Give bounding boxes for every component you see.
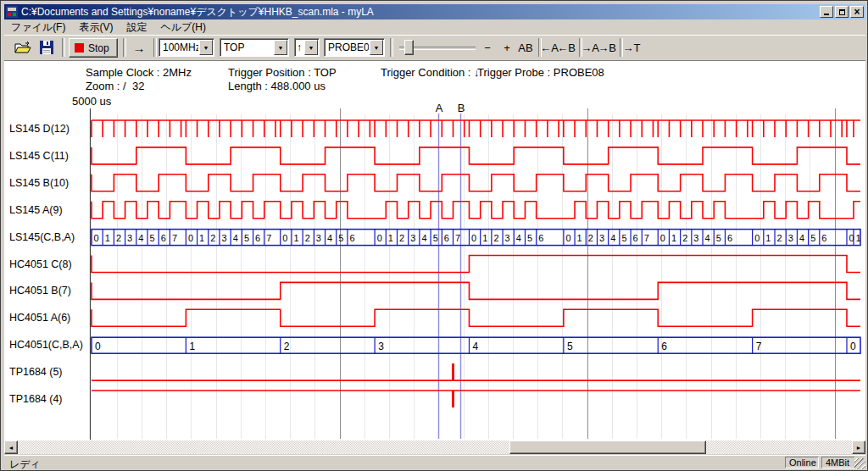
stop-icon [75,43,84,53]
arrow-left-icon: ◄ [8,445,14,451]
minimize-icon [824,14,829,15]
maximize-icon [839,9,845,15]
trigger-position-combo[interactable]: TOP ▼ [220,38,289,57]
app-icon [6,6,18,18]
run-button[interactable]: → [128,39,150,57]
stop-label: Stop [88,42,109,54]
maximize-button[interactable] [835,6,849,18]
zoom-out-button[interactable]: − [480,39,495,57]
menu-file[interactable]: ファイル(F) [4,19,72,36]
close-icon: × [854,8,860,16]
channel-label-2: LS145 B(10) [9,177,69,189]
scrollbar-thumb[interactable] [509,441,706,454]
toolbar-separator [390,38,393,57]
close-button[interactable]: × [850,6,864,18]
trigger-probe-combo[interactable]: PROBE00 ▼ [324,38,385,57]
menu-bar: ファイル(F) 表示(V) 設定 ヘルプ(H) [4,19,865,35]
goto-cursor-b-button[interactable]: ←B [557,39,576,57]
zoom-in-button[interactable]: + [499,39,515,57]
channel-label-5: HC4051 C(8) [9,258,72,270]
menu-settings[interactable]: 設定 [120,19,153,36]
stop-button[interactable]: Stop [69,38,118,58]
zoom-text: Zoom : / 32 [86,80,144,92]
scroll-left-button[interactable]: ◄ [4,441,18,454]
goto-trigger-button[interactable]: →T [622,39,641,57]
channel-label-1: LS145 C(11) [9,150,69,162]
window-title: C:¥Documents and Settings¥noname¥デスクトップ¥… [21,5,818,19]
trigger-probe-text: Trigger Probe : PROBE08 [477,66,604,79]
chevron-down-icon[interactable]: ▼ [274,40,287,55]
open-folder-icon [14,42,31,54]
toolbar-separator [62,38,65,57]
zoom-slider-thumb[interactable] [404,40,414,55]
move-cursor-a-button[interactable]: →A [581,39,599,57]
length-text: Length : 488.000 us [228,80,326,92]
chevron-down-icon[interactable]: ▼ [304,40,318,55]
sample-rate-value: 100MHz [159,42,198,53]
channel-label-0: LS145 D(12) [9,123,70,135]
trigger-position-text: Trigger Position : TOP [228,66,337,79]
channel-label-8: HC4051(C,B,A) [9,339,83,351]
menu-help[interactable]: ヘルプ(H) [153,19,213,36]
waveform-client-area [4,60,865,441]
ab-button[interactable]: AB [515,39,536,57]
trigger-position-value: TOP [220,42,273,53]
status-ready-text: レディ [9,457,41,471]
move-cursor-b-button[interactable]: →B [598,39,616,57]
horizontal-scrollbar[interactable]: ◄ ► [4,441,865,454]
trigger-edge-combo[interactable]: ↑ ▼ [294,38,320,57]
sample-clock-text: Sample Clock : 2MHz [86,66,192,79]
cursor-a-label[interactable]: A [434,102,444,114]
minimize-button[interactable] [820,6,833,18]
channel-label-9: TP1684 (5) [9,366,63,378]
trigger-condition-text: Trigger Condition : ↓ [381,66,480,79]
channel-label-7: HC4051 A(6) [9,312,70,324]
goto-cursor-a-button[interactable]: ←A [540,39,559,57]
save-file-button[interactable] [36,38,57,57]
scroll-right-button[interactable]: ► [852,441,865,454]
status-bar: レディ Online 4MBit [4,455,865,470]
channel-label-4: LS145(C,B,A) [9,231,75,243]
resize-grip[interactable] [854,458,865,469]
app-window: C:¥Documents and Settings¥noname¥デスクトップ¥… [0,0,868,471]
cursor-b-label[interactable]: B [456,102,466,114]
arrow-right-icon: ► [856,445,862,451]
chevron-down-icon[interactable]: ▼ [199,40,213,55]
timebase-text: 5000 us [72,95,111,108]
status-memory-badge: 4MBit [821,457,855,468]
menu-view[interactable]: 表示(V) [72,19,120,36]
channel-label-3: LS145 A(9) [9,204,63,216]
toolbar-separator [153,38,157,57]
title-bar: C:¥Documents and Settings¥noname¥デスクトップ¥… [4,4,865,19]
trigger-probe-value: PROBE00 [325,42,369,53]
toolbar: Stop → 100MHz ▼ TOP ▼ ↑ ▼ PROBE00 ▼ − + … [4,35,865,61]
sample-rate-combo[interactable]: 100MHz ▼ [159,38,214,57]
channel-label-6: HC4051 B(7) [9,285,71,296]
trigger-edge-value: ↑ [295,42,303,53]
channel-label-10: TP1684 (4) [9,393,63,405]
chevron-down-icon[interactable]: ▼ [370,40,383,55]
toolbar-separator [123,38,126,57]
open-file-button[interactable] [13,38,33,57]
status-online-badge: Online [785,457,819,468]
save-floppy-icon [40,41,53,54]
